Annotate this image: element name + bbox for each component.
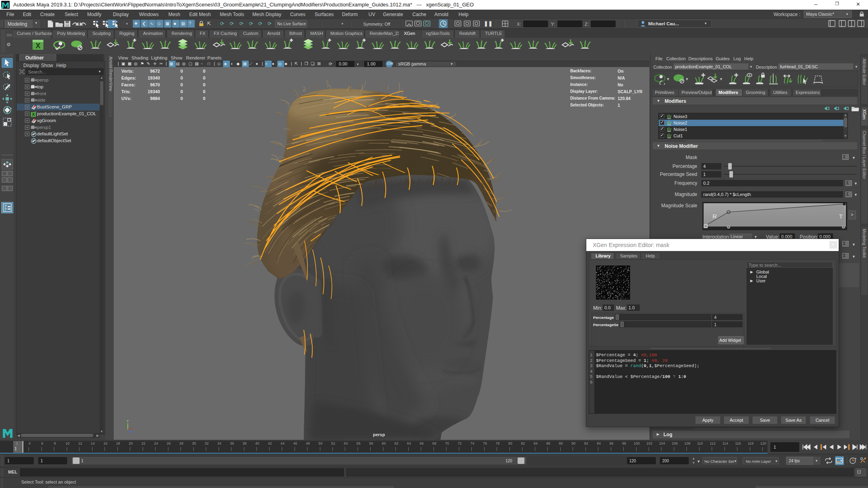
svg-text:X: X [32, 112, 35, 117]
svg-text:T: T [839, 213, 843, 220]
svg-text:R: R [712, 213, 717, 220]
svg-text:X: X [35, 42, 40, 50]
svg-text:Y: Y [127, 419, 129, 423]
